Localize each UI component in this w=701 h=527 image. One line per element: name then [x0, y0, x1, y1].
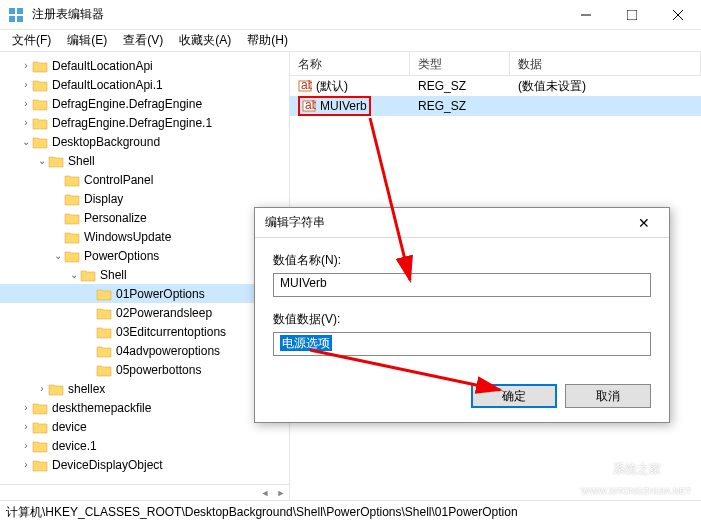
maximize-button[interactable]	[609, 0, 655, 30]
tree-item[interactable]: ›deskthemepackfile	[0, 398, 289, 417]
folder-icon	[32, 59, 48, 73]
tree-item[interactable]: ⌄DesktopBackground	[0, 132, 289, 151]
cell-data: (数值未设置)	[510, 78, 701, 95]
tree-item[interactable]: Personalize	[0, 208, 289, 227]
dialog-body: 数值名称(N): MUIVerb 数值数据(V): 电源选项	[255, 238, 669, 384]
expander-icon[interactable]: ›	[20, 98, 32, 109]
scroll-right-icon[interactable]: ►	[273, 485, 289, 500]
column-type[interactable]: 类型	[410, 52, 510, 75]
list-row[interactable]: ab(默认)REG_SZ(数值未设置)	[290, 76, 701, 96]
column-data[interactable]: 数据	[510, 52, 701, 75]
tree-item-label: PowerOptions	[84, 249, 159, 263]
tree-item-label: DefaultLocationApi	[52, 59, 153, 73]
window-buttons	[563, 0, 701, 30]
tree-item[interactable]: WindowsUpdate	[0, 227, 289, 246]
tree-item[interactable]: 04advpoweroptions	[0, 341, 289, 360]
folder-icon	[32, 78, 48, 92]
statusbar: 计算机\HKEY_CLASSES_ROOT\DesktopBackground\…	[0, 500, 701, 524]
tree-item-label: Display	[84, 192, 123, 206]
name-label: 数值名称(N):	[273, 252, 651, 269]
tree-item-label: DesktopBackground	[52, 135, 160, 149]
menu-help[interactable]: 帮助(H)	[239, 30, 296, 51]
tree-pane[interactable]: ›DefaultLocationApi›DefaultLocationApi.1…	[0, 52, 290, 500]
titlebar: 注册表编辑器	[0, 0, 701, 30]
tree-item-label: device.1	[52, 439, 97, 453]
folder-icon	[64, 192, 80, 206]
column-name[interactable]: 名称	[290, 52, 410, 75]
folder-icon	[32, 458, 48, 472]
edit-string-dialog: 编辑字符串 ✕ 数值名称(N): MUIVerb 数值数据(V): 电源选项 确…	[254, 207, 670, 423]
scroll-left-icon[interactable]: ◄	[257, 485, 273, 500]
cell-type: REG_SZ	[410, 79, 510, 93]
window-title: 注册表编辑器	[32, 6, 563, 23]
tree-item[interactable]: Display	[0, 189, 289, 208]
expander-icon[interactable]: ›	[20, 421, 32, 432]
folder-icon	[96, 344, 112, 358]
horizontal-scrollbar[interactable]: ◄ ►	[0, 484, 289, 500]
tree-item[interactable]: 02Powerandsleep	[0, 303, 289, 322]
string-value-icon: ab	[298, 79, 312, 93]
data-label: 数值数据(V):	[273, 311, 651, 328]
tree-item-label: 05powerbottons	[116, 363, 201, 377]
app-icon	[8, 7, 24, 23]
expander-icon[interactable]: ›	[20, 440, 32, 451]
tree-item-label: DefragEngine.DefragEngine.1	[52, 116, 212, 130]
tree-item-label: DefragEngine.DefragEngine	[52, 97, 202, 111]
folder-icon	[32, 439, 48, 453]
expander-icon[interactable]: ›	[20, 60, 32, 71]
tree-item[interactable]: ControlPanel	[0, 170, 289, 189]
expander-icon[interactable]: ⌄	[68, 269, 80, 280]
menu-edit[interactable]: 编辑(E)	[59, 30, 115, 51]
expander-icon[interactable]: ⌄	[52, 250, 64, 261]
tree-item[interactable]: ›device	[0, 417, 289, 436]
tree-item[interactable]: ⌄PowerOptions	[0, 246, 289, 265]
tree-item[interactable]: ›DefragEngine.DefragEngine.1	[0, 113, 289, 132]
dialog-close-button[interactable]: ✕	[629, 215, 659, 231]
expander-icon[interactable]: ›	[20, 459, 32, 470]
svg-text:ab: ab	[305, 99, 316, 112]
name-input[interactable]: MUIVerb	[273, 273, 651, 297]
folder-icon	[64, 211, 80, 225]
menu-favorites[interactable]: 收藏夹(A)	[171, 30, 239, 51]
tree-item[interactable]: ›device.1	[0, 436, 289, 455]
tree-item[interactable]: ⌄Shell	[0, 151, 289, 170]
close-button[interactable]	[655, 0, 701, 30]
tree-item[interactable]: ›DeviceDisplayObject	[0, 455, 289, 474]
data-input[interactable]: 电源选项	[273, 332, 651, 356]
folder-icon	[48, 382, 64, 396]
menu-view[interactable]: 查看(V)	[115, 30, 171, 51]
watermark-text: 系统之家	[613, 462, 661, 476]
tree-item[interactable]: ›DefragEngine.DefragEngine	[0, 94, 289, 113]
expander-icon[interactable]: ›	[20, 402, 32, 413]
svg-rect-0	[9, 8, 15, 14]
tree-item-label: 02Powerandsleep	[116, 306, 212, 320]
tree-item[interactable]: ›shellex	[0, 379, 289, 398]
tree-item[interactable]: ›DefaultLocationApi.1	[0, 75, 289, 94]
watermark-icon	[581, 458, 609, 481]
tree-item[interactable]: 01PowerOptions	[0, 284, 289, 303]
minimize-button[interactable]	[563, 0, 609, 30]
expander-icon[interactable]: ›	[20, 79, 32, 90]
list-row[interactable]: abMUIVerbREG_SZ	[290, 96, 701, 116]
cancel-button[interactable]: 取消	[565, 384, 651, 408]
tree-item[interactable]: ⌄Shell	[0, 265, 289, 284]
folder-icon	[32, 135, 48, 149]
expander-icon[interactable]: ⌄	[36, 155, 48, 166]
ok-button[interactable]: 确定	[471, 384, 557, 408]
tree-item[interactable]: 05powerbottons	[0, 360, 289, 379]
tree-item-label: device	[52, 420, 87, 434]
watermark: 系统之家 WWW.XITONGZHIJIA.NET	[581, 458, 691, 497]
tree-item[interactable]: 03Editcurrentoptions	[0, 322, 289, 341]
expander-icon[interactable]: ›	[36, 383, 48, 394]
tree-item-label: 04advpoweroptions	[116, 344, 220, 358]
tree-item[interactable]: ›DefaultLocationApi	[0, 56, 289, 75]
dialog-buttons: 确定 取消	[255, 384, 669, 422]
folder-icon	[96, 363, 112, 377]
expander-icon[interactable]: ⌄	[20, 136, 32, 147]
svg-rect-5	[627, 10, 637, 20]
folder-icon	[64, 173, 80, 187]
expander-icon[interactable]: ›	[20, 117, 32, 128]
menu-file[interactable]: 文件(F)	[4, 30, 59, 51]
folder-icon	[32, 420, 48, 434]
svg-text:ab: ab	[301, 79, 312, 92]
